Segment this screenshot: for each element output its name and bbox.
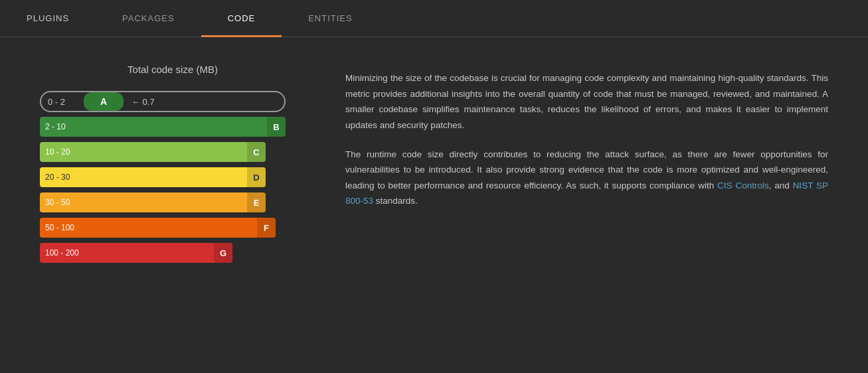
description: Minimizing the size of the codebase is c… (345, 70, 828, 209)
letter-a: A (100, 96, 107, 107)
paragraph-1: Minimizing the size of the codebase is c… (345, 70, 828, 133)
grade-row-a: 0 - 2 A ← 0.7 (40, 91, 305, 112)
range-c: 10 - 20 (40, 147, 80, 157)
range-b: 2 - 10 (40, 122, 80, 131)
paragraph-2: The runtime code size directly contribut… (345, 147, 828, 210)
letter-f: F (257, 218, 276, 238)
grade-bar-f: 50 - 100 F (40, 218, 276, 238)
grade-row-g: 100 - 200 G (40, 242, 305, 263)
tab-code[interactable]: CODE (201, 0, 282, 37)
tab-packages[interactable]: PACKAGES (96, 0, 201, 37)
right-panel: Minimizing the size of the codebase is c… (345, 64, 828, 263)
letter-g: G (214, 243, 232, 263)
range-g: 100 - 200 (40, 248, 84, 258)
para2-mid: , and (769, 181, 793, 190)
grade-bar-c: 10 - 20 C (40, 142, 266, 162)
grade-bar-a: 0 - 2 A ← 0.7 (40, 91, 286, 112)
tab-entities[interactable]: ENTITIES (282, 0, 379, 37)
grade-row-f: 50 - 100 F (40, 217, 305, 238)
range-a: 0 - 2 (41, 97, 81, 107)
left-panel: Total code size (MB) 0 - 2 A ← 0.7 2 - 1… (40, 64, 305, 263)
range-f: 50 - 100 (40, 223, 80, 232)
letter-c: C (247, 142, 266, 162)
main-content: Total code size (MB) 0 - 2 A ← 0.7 2 - 1… (0, 37, 868, 290)
grade-bar-e: 30 - 50 E (40, 192, 266, 212)
range-d: 20 - 30 (40, 173, 80, 182)
grade-bar-b: 2 - 10 B (40, 117, 286, 137)
panel-title: Total code size (MB) (40, 64, 305, 75)
range-e: 30 - 50 (40, 198, 80, 207)
grade-row-d: 20 - 30 D (40, 167, 305, 188)
grade-bars: 0 - 2 A ← 0.7 2 - 10 B 10 - 20 (40, 91, 305, 263)
letter-e: E (247, 192, 266, 212)
fill-a: A (84, 92, 124, 111)
navigation: PLUGINS PACKAGES CODE ENTITIES (0, 0, 868, 37)
cis-controls-link[interactable]: CIS Controls (717, 181, 769, 190)
grade-row-e: 30 - 50 E (40, 192, 305, 213)
grade-bar-g: 100 - 200 G (40, 243, 232, 263)
tab-plugins[interactable]: PLUGINS (0, 0, 96, 37)
letter-b: B (267, 117, 286, 137)
grade-bar-d: 20 - 30 D (40, 167, 266, 187)
para2-after: standards. (373, 196, 418, 206)
value-a: ← 0.7 (124, 97, 155, 107)
grade-row-b: 2 - 10 B (40, 116, 305, 137)
grade-row-c: 10 - 20 C (40, 141, 305, 163)
letter-d: D (247, 167, 266, 187)
